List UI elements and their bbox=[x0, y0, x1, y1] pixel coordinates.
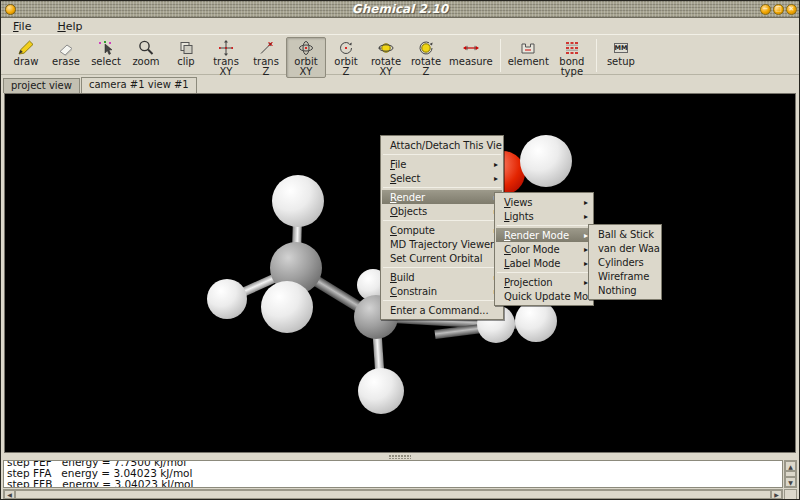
molecule-atom-h bbox=[207, 279, 247, 319]
tab-camera-1-view-1[interactable]: camera #1 view #1 bbox=[81, 77, 197, 93]
toolbar-label: transXY bbox=[213, 57, 239, 77]
titlebar[interactable]: Ghemical 2.10 −□✕ bbox=[1, 1, 799, 18]
toolbar: draweraseselectzoomcliptransXYtransZorbi… bbox=[1, 34, 799, 75]
scroll-down-button[interactable]: ▼ bbox=[785, 477, 796, 487]
log-horizontal-scrollbar[interactable]: ◀ ▶ bbox=[3, 489, 783, 500]
measure-icon bbox=[461, 39, 481, 57]
submenu-arrow-icon: ▸ bbox=[494, 174, 498, 183]
render-mode-item-nothing[interactable]: Nothing bbox=[590, 283, 660, 297]
render-submenu-item-render-mode[interactable]: Render Mode▸ bbox=[496, 228, 592, 242]
render-submenu-item-label-mode[interactable]: Label Mode▸ bbox=[496, 256, 592, 270]
context-menu-item-set-current-orbital[interactable]: Set Current Orbital bbox=[382, 251, 502, 265]
render-mode-item-ball-stick[interactable]: Ball & Stick bbox=[590, 227, 660, 241]
menu-item-label: Quick Update Mode bbox=[504, 291, 592, 302]
log-vertical-scrollbar[interactable]: ▲ ▼ bbox=[784, 460, 797, 488]
render-mode-item-wireframe[interactable]: Wireframe bbox=[590, 269, 660, 283]
menu-item-label: Label Mode bbox=[504, 258, 578, 269]
horizontal-scroll-thumb[interactable] bbox=[15, 490, 771, 499]
close-button[interactable]: ✕ bbox=[786, 4, 797, 15]
render-mode-item-cylinders[interactable]: Cylinders bbox=[590, 255, 660, 269]
menubar-item-file[interactable]: File bbox=[11, 20, 33, 33]
context-menu-item-attach-detach-this-view[interactable]: Attach/Detach This View bbox=[382, 138, 502, 152]
render-submenu-item-color-mode[interactable]: Color Mode▸ bbox=[496, 242, 592, 256]
maximize-button[interactable]: □ bbox=[773, 4, 784, 15]
pane-resize-grip[interactable] bbox=[389, 455, 411, 459]
toolbar-trans-z-button[interactable]: transZ bbox=[246, 37, 286, 78]
toolbar-separator bbox=[500, 39, 501, 72]
toolbar-label: zoom bbox=[132, 57, 159, 67]
toolbar-select-button[interactable]: select bbox=[86, 37, 126, 68]
menu-item-label: Constrain bbox=[390, 286, 488, 297]
context-menu-item-md-trajectory-viewer[interactable]: MD Trajectory Viewer... bbox=[382, 237, 502, 251]
toolbar-measure-button[interactable]: measure bbox=[446, 37, 496, 68]
toolbar-label: erase bbox=[52, 57, 80, 67]
render-mode-item-van-der-waals[interactable]: van der Waals bbox=[590, 241, 660, 255]
bond-type-icon bbox=[562, 39, 582, 57]
menu-item-label: Lights bbox=[504, 211, 578, 222]
mm-setup-icon: MM bbox=[611, 39, 631, 57]
toolbar-label: select bbox=[91, 57, 121, 67]
submenu-arrow-icon: ▸ bbox=[494, 160, 498, 169]
molecule-atom-h bbox=[515, 300, 557, 342]
toolbar-rotate-xy-button[interactable]: rotateXY bbox=[366, 37, 406, 78]
menu-item-label: Enter a Command... bbox=[390, 305, 498, 316]
menubar-item-help[interactable]: Help bbox=[55, 20, 84, 33]
translate-xy-icon bbox=[216, 39, 236, 57]
menu-item-label: Build bbox=[390, 272, 488, 283]
context-menu-item-file[interactable]: File▸ bbox=[382, 157, 502, 171]
view-context-menu: Attach/Detach This ViewFile▸Select▸Rende… bbox=[380, 135, 504, 320]
render-submenu-item-views[interactable]: Views▸ bbox=[496, 195, 592, 209]
menu-item-label: Set Current Orbital bbox=[390, 253, 498, 264]
menu-item-label: Views bbox=[504, 197, 578, 208]
view-tabs: project viewcamera #1 view #1 bbox=[3, 77, 198, 93]
toolbar-label: rotateZ bbox=[411, 57, 441, 77]
context-menu-item-compute[interactable]: Compute▸ bbox=[382, 223, 502, 237]
toolbar-orbit-xy-button[interactable]: orbitXY bbox=[286, 37, 326, 78]
toolbar-setup-button[interactable]: MMsetup bbox=[601, 37, 641, 68]
molecule-atom-h bbox=[520, 135, 572, 187]
orbit-z-icon bbox=[336, 39, 356, 57]
context-menu-item-select[interactable]: Select▸ bbox=[382, 171, 502, 185]
pencil-icon bbox=[16, 39, 36, 57]
context-menu-separator bbox=[383, 154, 501, 155]
render-submenu-item-quick-update-mode[interactable]: Quick Update Mode bbox=[496, 289, 592, 303]
clip-planes-icon bbox=[176, 39, 196, 57]
render-submenu-item-lights[interactable]: Lights▸ bbox=[496, 209, 592, 223]
select-arrow-icon bbox=[96, 39, 116, 57]
toolbar-orbit-z-button[interactable]: orbitZ bbox=[326, 37, 366, 78]
context-menu-item-build[interactable]: Build▸ bbox=[382, 270, 502, 284]
eraser-icon bbox=[56, 39, 76, 57]
minimize-button[interactable]: − bbox=[760, 4, 771, 15]
render-mode-submenu: Ball & Stickvan der WaalsCylindersWirefr… bbox=[588, 224, 662, 300]
toolbar-label: setup bbox=[607, 57, 635, 67]
toolbar-bond-type-button[interactable]: bondtype bbox=[552, 37, 592, 78]
scroll-up-button[interactable]: ▲ bbox=[785, 461, 796, 471]
toolbar-clip-button[interactable]: clip bbox=[166, 37, 206, 68]
submenu-arrow-icon: ▸ bbox=[584, 212, 588, 221]
toolbar-element-button[interactable]: element bbox=[505, 37, 552, 68]
context-menu-item-objects[interactable]: Objects▸ bbox=[382, 204, 502, 218]
context-menu-item-enter-a-command[interactable]: Enter a Command... bbox=[382, 303, 502, 317]
submenu-arrow-icon: ▸ bbox=[584, 198, 588, 207]
toolbar-label: orbitZ bbox=[334, 57, 357, 77]
toolbar-rotate-z-button[interactable]: rotateZ bbox=[406, 37, 446, 78]
render-submenu-item-projection[interactable]: Projection▸ bbox=[496, 275, 592, 289]
toolbar-trans-xy-button[interactable]: transXY bbox=[206, 37, 246, 78]
toolbar-draw-button[interactable]: draw bbox=[6, 37, 46, 68]
toolbar-zoom-button[interactable]: zoom bbox=[126, 37, 166, 68]
toolbar-label: transZ bbox=[253, 57, 279, 77]
menu-item-label: Compute bbox=[390, 225, 488, 236]
menu-item-label: Color Mode bbox=[504, 244, 578, 255]
context-menu-item-constrain[interactable]: Constrain▸ bbox=[382, 284, 502, 298]
scroll-right-button[interactable]: ▶ bbox=[771, 490, 782, 499]
scroll-left-button[interactable]: ◀ bbox=[4, 490, 15, 499]
toolbar-erase-button[interactable]: erase bbox=[46, 37, 86, 68]
menu-item-label: File bbox=[390, 159, 488, 170]
context-menu-item-render[interactable]: Render▸ bbox=[382, 190, 502, 204]
tab-project-view[interactable]: project view bbox=[3, 78, 80, 93]
menu-item-label: Ball & Stick bbox=[598, 229, 656, 240]
orbit-xy-icon bbox=[296, 39, 316, 57]
menu-item-label: MD Trajectory Viewer... bbox=[390, 239, 502, 250]
translate-z-icon bbox=[256, 39, 276, 57]
menu-item-label: Projection bbox=[504, 277, 578, 288]
